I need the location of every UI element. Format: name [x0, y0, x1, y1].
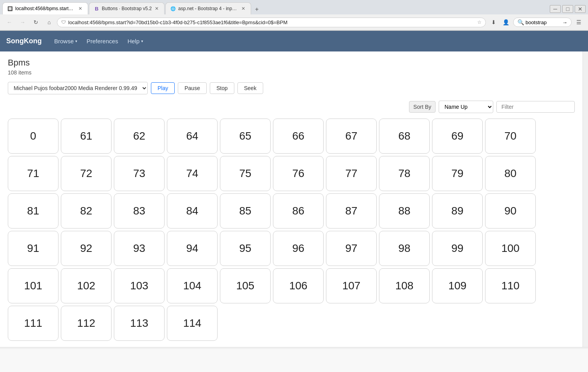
bpm-card[interactable]: 83	[114, 193, 165, 229]
maximize-button[interactable]: □	[562, 5, 573, 13]
tab-active[interactable]: 🔲 localhost:4568/bpms.start?id=70bd ✕	[2, 2, 88, 14]
bpm-card[interactable]: 70	[485, 119, 536, 154]
bpm-card[interactable]: 67	[326, 119, 377, 154]
item-count: 108 items	[8, 69, 575, 76]
bpm-card[interactable]: 80	[485, 156, 536, 191]
bpm-card[interactable]: 108	[379, 268, 430, 303]
back-button[interactable]: ←	[4, 17, 15, 28]
bpm-card[interactable]: 104	[167, 268, 218, 303]
search-forward-button[interactable]: →	[562, 19, 567, 25]
bpm-card[interactable]: 103	[114, 268, 165, 303]
minimize-button[interactable]: ─	[550, 5, 561, 13]
bpm-card[interactable]: 91	[8, 231, 58, 266]
bpm-card[interactable]: 94	[167, 231, 218, 266]
bpm-card[interactable]: 76	[273, 156, 324, 191]
downloads-button[interactable]: ⬇	[488, 17, 499, 28]
bookmark-icon[interactable]: ☆	[477, 19, 482, 25]
forward-button[interactable]: →	[17, 17, 28, 28]
tab1-title: localhost:4568/bpms.start?id=70bd	[15, 6, 75, 11]
seek-button[interactable]: Seek	[237, 82, 263, 94]
bpm-card[interactable]: 101	[8, 268, 58, 303]
tab-bar: 🔲 localhost:4568/bpms.start?id=70bd ✕ B …	[0, 0, 588, 14]
bpm-card[interactable]: 96	[273, 231, 324, 266]
profile-button[interactable]: 👤	[501, 17, 512, 28]
pause-button[interactable]: Pause	[178, 82, 207, 94]
nav-browse[interactable]: Browse ▾	[50, 32, 82, 51]
address-input[interactable]	[68, 19, 475, 25]
bpm-card[interactable]: 81	[8, 193, 58, 229]
bpm-card[interactable]: 71	[8, 156, 58, 191]
bpm-card[interactable]: 77	[326, 156, 377, 191]
tab2-close-icon[interactable]: ✕	[154, 5, 159, 12]
filter-input[interactable]	[496, 101, 575, 113]
bpm-card[interactable]: 112	[61, 306, 112, 341]
play-button[interactable]: Play	[151, 82, 175, 94]
renderer-select[interactable]: Michael Pujos foobar2000 Media Renderer …	[8, 82, 148, 94]
search-icon: 🔍	[517, 19, 524, 25]
nav-help-label: Help	[128, 38, 140, 44]
close-button[interactable]: ✕	[575, 5, 586, 13]
bpm-card[interactable]: 72	[61, 156, 112, 191]
bpm-card[interactable]: 62	[114, 119, 165, 154]
bpm-card[interactable]: 82	[61, 193, 112, 229]
bpm-card[interactable]: 100	[485, 231, 536, 266]
menu-button[interactable]: ☰	[573, 17, 584, 28]
tab2-favicon: B	[94, 6, 99, 11]
bpm-card[interactable]: 111	[8, 306, 58, 341]
bpm-card[interactable]: 106	[273, 268, 324, 303]
bpm-card[interactable]: 88	[379, 193, 430, 229]
tab2[interactable]: B Buttons · Bootstrap v5.2 ✕	[89, 2, 165, 14]
bpm-card[interactable]: 109	[432, 268, 483, 303]
reload-button[interactable]: ↻	[30, 17, 41, 28]
bpm-card[interactable]: 97	[326, 231, 377, 266]
bpm-card[interactable]: 74	[167, 156, 218, 191]
bpm-card[interactable]: 99	[432, 231, 483, 266]
bpm-card[interactable]: 65	[220, 119, 271, 154]
bpm-card[interactable]: 114	[167, 306, 218, 341]
page-wrapper: Bpms 108 items Michael Pujos foobar2000 …	[0, 51, 588, 347]
bpm-card[interactable]: 110	[485, 268, 536, 303]
tab2-title: Buttons · Bootstrap v5.2	[102, 6, 152, 11]
controls-row: Michael Pujos foobar2000 Media Renderer …	[8, 82, 575, 94]
bpm-card[interactable]: 0	[8, 119, 58, 154]
tab3[interactable]: 🌐 asp.net - Bootstrap 4 - input-bt ✕	[165, 2, 251, 14]
stop-button[interactable]: Stop	[210, 82, 234, 94]
search-bar: 🔍 →	[513, 18, 572, 27]
bpm-card[interactable]: 87	[326, 193, 377, 229]
scrollbar[interactable]	[583, 51, 588, 347]
bpm-card[interactable]: 98	[379, 231, 430, 266]
browse-chevron-icon: ▾	[75, 39, 77, 43]
new-tab-button[interactable]: +	[252, 4, 262, 14]
bpm-card[interactable]: 69	[432, 119, 483, 154]
window-controls: ─ □ ✕	[550, 5, 586, 14]
bpm-card[interactable]: 95	[220, 231, 271, 266]
bpm-card[interactable]: 75	[220, 156, 271, 191]
bpm-card[interactable]: 79	[432, 156, 483, 191]
sort-select[interactable]: Name Up Name Down Count Up Count Down	[439, 101, 493, 113]
bpm-card[interactable]: 73	[114, 156, 165, 191]
bpm-card[interactable]: 92	[61, 231, 112, 266]
nav-preferences[interactable]: Preferences	[82, 32, 123, 51]
bpm-card[interactable]: 64	[167, 119, 218, 154]
bpm-card[interactable]: 61	[61, 119, 112, 154]
nav-help[interactable]: Help ▾	[123, 32, 148, 51]
bpm-card[interactable]: 105	[220, 268, 271, 303]
bpm-card[interactable]: 78	[379, 156, 430, 191]
bpm-card[interactable]: 102	[61, 268, 112, 303]
bpm-card[interactable]: 66	[273, 119, 324, 154]
tab1-close-icon[interactable]: ✕	[78, 5, 83, 12]
bpm-card[interactable]: 84	[167, 193, 218, 229]
bpm-card[interactable]: 68	[379, 119, 430, 154]
bpm-card[interactable]: 85	[220, 193, 271, 229]
bpm-card[interactable]: 90	[485, 193, 536, 229]
bpm-card[interactable]: 89	[432, 193, 483, 229]
home-button[interactable]: ⌂	[44, 17, 55, 28]
search-input[interactable]	[526, 19, 561, 25]
bpm-card[interactable]: 113	[114, 306, 165, 341]
tab3-close-icon[interactable]: ✕	[241, 5, 246, 12]
bpm-card[interactable]: 107	[326, 268, 377, 303]
bpm-card[interactable]: 86	[273, 193, 324, 229]
scroll-area: Bpms 108 items Michael Pujos foobar2000 …	[0, 51, 583, 347]
main-content: Bpms 108 items Michael Pujos foobar2000 …	[0, 51, 583, 347]
bpm-card[interactable]: 93	[114, 231, 165, 266]
